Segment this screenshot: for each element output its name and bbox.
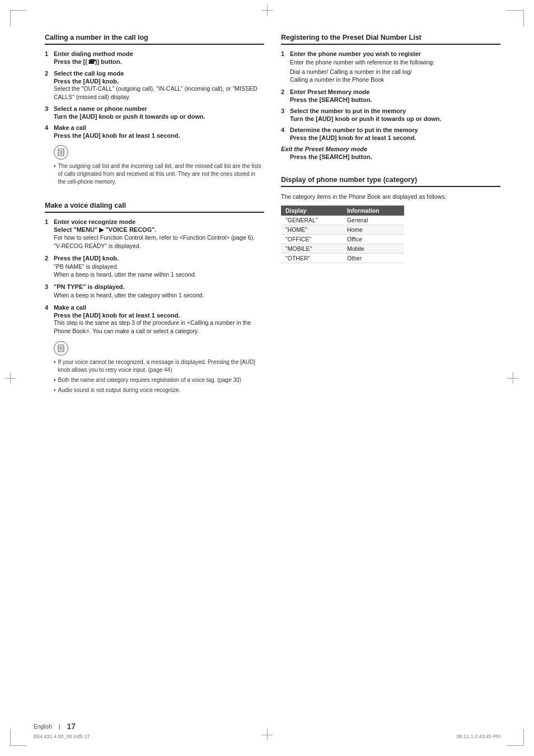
section-call-log: Calling a number in the call log 1 Enter… [45,34,264,186]
step-call-log-3-bold: Turn the [AUD] knob or push it towards u… [54,113,264,120]
step-voice-2: 2 Press the [AUD] knob. "PB NAME" is dis… [45,255,264,279]
page: Calling a number in the call log 1 Enter… [0,0,534,756]
step-voice-2-header: 2 Press the [AUD] knob. [45,255,264,262]
section-phone-type-intro: The category items in the Phone Book are… [281,193,500,201]
section-phone-type-title: Display of phone number type (category) [281,176,500,187]
phone-icon-2 [54,341,68,356]
section-phone-type: Display of phone number type (category) … [281,176,500,263]
step-preset-2-bold: Press the [SEARCH] button. [290,96,500,103]
phone-svg-1 [57,148,65,157]
step-preset-4-header: 4 Determine the number to put in the mem… [281,127,500,133]
step-voice-4: 4 Make a call Press the [AUD] knob for a… [45,304,264,335]
step-call-log-1-body: Press the [(☎)] button. [54,58,264,66]
step-voice-2-body: "PB NAME" is displayed.When a beep is he… [54,263,264,279]
step-exit: Exit the Preset Memory mode Press the [S… [281,146,500,160]
exit-label: Exit the Preset Memory mode [281,146,500,152]
svg-rect-0 [58,149,64,156]
step-call-log-3-title: Select a name or phone number [54,105,147,112]
table-cell-display: "OTHER" [281,253,343,263]
step-call-log-1-title: Enter dialing method mode [54,50,133,57]
voice-bullet-1: If your voice cannot be recognized, a me… [54,358,264,374]
table-cell-display: "HOME" [281,225,343,234]
step-voice-3-title: "PN TYPE" is displayed. [54,283,125,290]
step-call-log-4-header: 4 Make a call [45,124,264,131]
step-call-log-1-header: 1 Enter dialing method mode [45,50,264,57]
table-header-display: Display [281,206,343,216]
step-voice-4-title: Make a call [54,304,86,311]
step-preset-1-title: Enter the phone number you wish to regis… [290,50,421,57]
step-voice-num-3: 3 [45,283,51,290]
step-call-log-4: 4 Make a call Press the [AUD] knob for a… [45,124,264,139]
step-preset-num-2: 2 [281,88,288,95]
step-voice-3-header: 3 "PN TYPE" is displayed. [45,283,264,290]
divider: | [59,724,60,730]
step-preset-num-1: 1 [281,50,288,57]
section-preset-dial: Registering to the Preset Dial Number Li… [281,34,500,160]
step-voice-3-body: When a beep is heard, utter the category… [54,291,264,300]
step-voice-4-body: This step is the same as step 3 of the p… [54,319,264,335]
page-language: English | 17 [34,722,76,731]
exit-body: Press the [SEARCH] button. [290,153,500,160]
phone-icon-1 [54,145,68,160]
step-voice-1-bold: Select "MENU" ▶ "VOICE RECOG". [54,226,264,234]
page-footer: English | 17 [0,722,534,731]
phone-type-table: Display Information "GENERAL"General"HOM… [281,206,404,263]
voice-bullet-1-text: If your voice cannot be recognized, a me… [58,358,264,374]
file-info-left: B64 431 4 00_00.indb 17 [34,734,90,739]
voice-bullet-2-text: Both the name and category requires regi… [58,376,241,384]
table-cell-info: General [343,216,404,225]
step-preset-num-4: 4 [281,127,288,133]
voice-bullet-2: Both the name and category requires regi… [54,376,264,384]
step-preset-4-title: Determine the number to put in the memor… [290,127,418,133]
step-call-log-2-bold: Press the [AUD] knob. [54,78,264,85]
table-cell-display: "GENERAL" [281,216,343,225]
table-cell-info: Mobile [343,244,404,253]
table-header-info: Information [343,206,404,216]
file-info-right: 08.11.1 2:43:45 PM [456,734,500,739]
step-voice-num-2: 2 [45,255,51,262]
step-voice-num-1: 1 [45,218,51,225]
step-preset-3-header: 3 Select the number to put in the memory [281,108,500,114]
step-preset-4-bold: Press the [AUD] knob for at least 1 seco… [290,134,500,141]
table-row: "OFFICE"Office [281,234,404,244]
phone-svg-2 [57,344,65,353]
phone-type-tbody: "GENERAL"General"HOME"Home"OFFICE"Office… [281,216,404,263]
voice-bullet-3: Audio sound is not output during voice r… [54,386,264,394]
table-cell-info: Home [343,225,404,234]
right-column: Registering to the Preset Dial Number Li… [281,34,500,410]
bullet-text-1: The outgoing call list and the incoming … [58,162,264,186]
step-call-log-3-header: 3 Select a name or phone number [45,105,264,112]
language-label: English [34,724,52,730]
section-voice-dial-title: Make a voice dialing call [45,202,264,213]
table-row: "GENERAL"General [281,216,404,225]
section1-bullet: The outgoing call list and the incoming … [54,162,264,186]
step-preset-2: 2 Enter Preset Memory mode Press the [SE… [281,88,500,103]
step-call-log-3: 3 Select a name or phone number Turn the… [45,105,264,120]
section-call-log-title: Calling a number in the call log [45,34,264,45]
step-voice-4-bold: Press the [AUD] knob for at least 1 seco… [54,312,264,319]
table-row: "HOME"Home [281,225,404,234]
table-row: "OTHER"Other [281,253,404,263]
step-preset-3-title: Select the number to put in the memory [290,108,406,114]
step-preset-1-header: 1 Enter the phone number you wish to reg… [281,50,500,57]
section-preset-dial-title: Registering to the Preset Dial Number Li… [281,34,500,45]
table-cell-display: "OFFICE" [281,234,343,244]
section-voice-dial: Make a voice dialing call 1 Enter voice … [45,202,264,394]
step-call-log-2-header: 2 Select the call log mode [45,70,264,77]
step-voice-1-title: Enter voice recognize mode [54,218,135,225]
step-num-2: 2 [45,70,51,77]
step-num-1: 1 [45,50,51,57]
step-preset-3-bold: Turn the [AUD] knob or push it towards u… [290,115,500,122]
svg-rect-5 [58,345,64,352]
step-preset-3: 3 Select the number to put in the memory… [281,108,500,122]
step-preset-2-header: 2 Enter Preset Memory mode [281,88,500,95]
step-num-4: 4 [45,124,51,131]
step-voice-1-header: 1 Enter voice recognize mode [45,218,264,225]
step-call-log-2-body: Select the "OUT-CALL" (outgoing call), "… [54,85,264,101]
step-call-log-2-title: Select the call log mode [54,70,124,77]
voice-bullet-3-text: Audio sound is not output during voice r… [58,386,180,394]
step-preset-4: 4 Determine the number to put in the mem… [281,127,500,141]
table-header-row: Display Information [281,206,404,216]
content-area: Calling a number in the call log 1 Enter… [45,34,500,410]
step-call-log-4-bold: Press the [AUD] knob for at least 1 seco… [54,132,264,139]
